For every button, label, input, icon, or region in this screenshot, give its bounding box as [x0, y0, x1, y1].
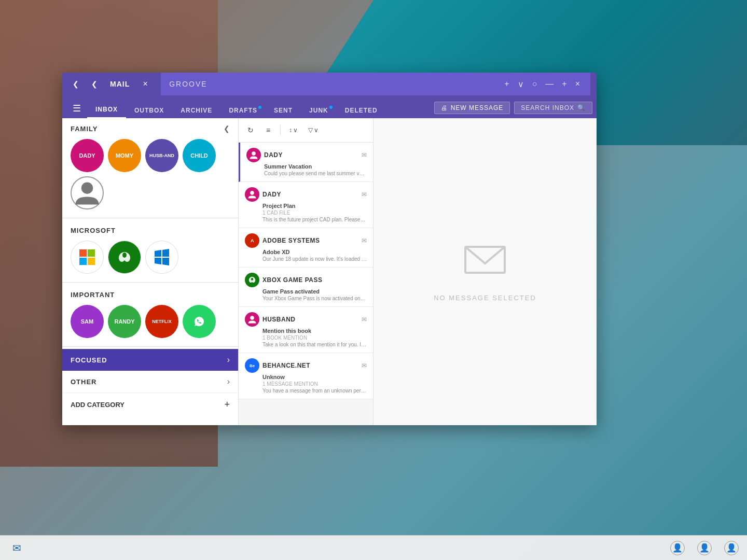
msg-5-sender: HUSBAND — [262, 316, 358, 323]
msg-1-icon: ✉ — [362, 151, 367, 159]
avatar-profile[interactable] — [71, 176, 104, 209]
svg-marker-8 — [162, 249, 169, 257]
message-item-2[interactable]: DADY ✉ Project Plan 1 CAD FILE This is t… — [239, 182, 373, 228]
add-category-icon: + — [224, 399, 230, 410]
whatsapp-icon — [190, 312, 209, 331]
message-list-toolbar: ↻ ≡ ↕ ∨ ▽ ∨ — [239, 118, 373, 143]
important-section: IMPORTANT SAM RANDY NETFLIX — [62, 285, 238, 344]
msg-6-icon: ✉ — [362, 362, 367, 369]
microsoft-title: MICROSOFT — [71, 227, 116, 234]
avatar-ms-logo[interactable] — [71, 241, 104, 274]
new-message-button[interactable]: 🖨 NEW MESSAGE — [434, 102, 510, 114]
sidebar: FAMILY ❮ DADY MOMY HUSB-AND CHILD — [62, 118, 239, 425]
svg-point-0 — [81, 182, 93, 194]
avatar-child-label: CHILD — [190, 152, 208, 159]
msg-5-mention: 1 BOOK MENTION — [262, 335, 367, 341]
avatar-husband[interactable]: HUSB-AND — [145, 139, 178, 172]
close-button[interactable]: × — [138, 77, 153, 91]
taskbar-user-3[interactable]: 👤 — [724, 541, 739, 555]
restore-icon: ❮ — [73, 80, 79, 88]
back-icon: ❮ — [91, 80, 98, 88]
avatar-netflix[interactable]: NETFLIX — [145, 305, 178, 338]
tab-inbox-label: INBOX — [95, 106, 118, 113]
svg-point-15 — [251, 278, 253, 281]
focused-item[interactable]: FOCUSED › — [62, 349, 238, 371]
groove-dropdown[interactable]: ∨ — [516, 79, 526, 89]
avatar-xbox[interactable] — [108, 241, 141, 274]
message-item-3[interactable]: A ADOBE SYSTEMS ✉ Adobe XD Our June 18 u… — [239, 228, 373, 268]
microsoft-section: MICROSOFT — [62, 220, 238, 280]
svg-point-12 — [252, 151, 256, 156]
msg-2-preview: This is the future project CAD plan. Ple… — [262, 217, 367, 222]
taskbar-mail-icon[interactable]: ✉ — [8, 540, 25, 556]
main-area: FAMILY ❮ DADY MOMY HUSB-AND CHILD — [62, 118, 597, 425]
tab-outbox[interactable]: OUTBOX — [126, 104, 172, 118]
msg-2-header: DADY ✉ — [245, 187, 367, 202]
hamburger-button[interactable]: ☰ — [66, 103, 87, 118]
msg-4-avatar — [245, 273, 259, 287]
window-title: MAIL — [110, 80, 130, 88]
groove-bar: GROOVE + ∨ ○ — + × — [161, 73, 590, 95]
other-item[interactable]: OTHER › — [62, 371, 238, 393]
svg-point-16 — [250, 316, 254, 320]
title-bar: ❮ ❮ MAIL × GROOVE + ∨ ○ — + × — [62, 73, 597, 95]
back-button[interactable]: ❮ — [87, 77, 102, 91]
msg-6-header: Be BEHANCE.NET ✉ — [245, 358, 367, 373]
add-category-item[interactable]: ADD CATEGORY + — [62, 393, 238, 416]
taskbar-user-2[interactable]: 👤 — [697, 541, 712, 555]
groove-title: GROOVE — [169, 80, 207, 88]
groove-add[interactable]: + — [502, 79, 511, 89]
msg-5-subject: Mention this book — [262, 328, 367, 334]
tab-archive[interactable]: ARCHIVE — [172, 104, 220, 118]
groove-maximize[interactable]: + — [560, 79, 569, 89]
tab-junk[interactable]: JUNK — [301, 104, 337, 118]
empty-mail-svg — [464, 242, 506, 278]
avatar-momy[interactable]: MOMY — [108, 139, 141, 172]
message-item-5[interactable]: HUSBAND ✉ Mention this book 1 BOOK MENTI… — [239, 307, 373, 353]
sort-button[interactable]: ↕ ∨ — [285, 124, 302, 136]
tab-drafts[interactable]: DRAFTS — [220, 104, 266, 118]
focused-arrow-icon: › — [227, 355, 230, 365]
tab-deleted-label: DELETED — [345, 107, 378, 114]
drafts-dot — [258, 106, 261, 109]
avatar-child[interactable]: CHILD — [183, 139, 216, 172]
tab-deleted[interactable]: DELETED — [337, 104, 386, 118]
refresh-button[interactable]: ↻ — [243, 122, 258, 138]
svg-marker-10 — [162, 258, 169, 265]
toolbar-separator — [280, 125, 281, 135]
tab-inbox[interactable]: INBOX — [87, 103, 126, 118]
groove-minimize[interactable]: — — [543, 79, 556, 89]
avatar-windows[interactable] — [145, 241, 178, 274]
mail-window: ❮ ❮ MAIL × GROOVE + ∨ ○ — + × ☰ INBOX — [62, 73, 597, 425]
msg-3-subject: Adobe XD — [262, 249, 367, 255]
avatar-husband-label: HUSB-AND — [149, 153, 174, 158]
svg-marker-7 — [155, 250, 161, 257]
new-message-label: NEW MESSAGE — [451, 104, 504, 111]
msg-6-avatar: Be — [245, 358, 259, 373]
avatar-whatsapp[interactable] — [183, 305, 216, 338]
important-title: IMPORTANT — [71, 291, 115, 299]
groove-close[interactable]: × — [573, 79, 582, 89]
avatar-sam[interactable]: SAM — [71, 305, 104, 338]
xbox-icon — [115, 248, 134, 267]
family-collapse-button[interactable]: ❮ — [224, 124, 230, 133]
taskbar-right: 👤 👤 👤 — [670, 541, 739, 555]
list-view-button[interactable]: ≡ — [260, 122, 276, 138]
taskbar-user-1[interactable]: 👤 — [670, 541, 685, 555]
avatar-randy[interactable]: RANDY — [108, 305, 141, 338]
svg-rect-4 — [88, 258, 95, 265]
microsoft-header: MICROSOFT — [71, 227, 230, 234]
message-item-1[interactable]: DADY ✉ Summer Vacation Could you please … — [239, 143, 373, 182]
filter-button[interactable]: ▽ ∨ — [304, 124, 323, 136]
message-item-4[interactable]: XBOX GAME PASS Game Pass activated Your … — [239, 268, 373, 307]
message-item-6[interactable]: Be BEHANCE.NET ✉ Unknow 1 MESSAGE MENTIO… — [239, 353, 373, 399]
tab-sent[interactable]: SENT — [266, 104, 301, 118]
search-button[interactable]: SEARCH INBOX 🔍 — [514, 102, 592, 114]
family-title: FAMILY — [71, 125, 98, 133]
family-avatars: DADY MOMY HUSB-AND CHILD — [71, 139, 230, 209]
sort-icon: ↕ — [289, 127, 292, 134]
avatar-dady[interactable]: DADY — [71, 139, 104, 172]
msg-6-sender: BEHANCE.NET — [262, 362, 358, 369]
restore-button[interactable]: ❮ — [68, 77, 83, 91]
svg-rect-3 — [79, 258, 87, 265]
